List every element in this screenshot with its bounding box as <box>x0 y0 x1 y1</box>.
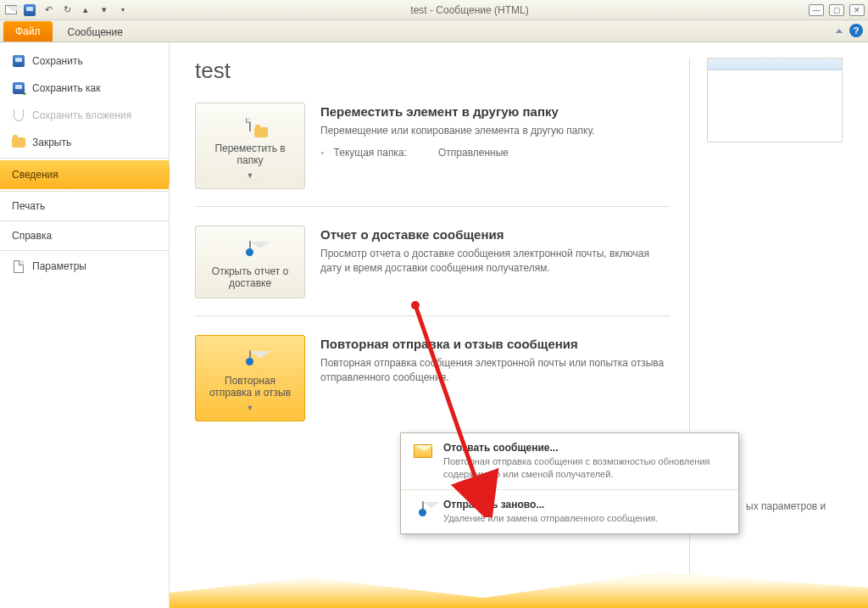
sidebar-item-label: Сохранить как <box>32 82 100 94</box>
section-title: Отчет о доставке сообщения <box>320 227 670 242</box>
sidebar-item-label: Сохранить <box>32 55 83 67</box>
button-label: Переместить в папку <box>203 142 298 166</box>
window-title: test - Сообщение (HTML) <box>131 4 809 16</box>
menu-item-recall[interactable]: Отозвать сообщение... Повторная отправка… <box>401 433 738 489</box>
undo-icon[interactable]: ↶ <box>41 3 56 18</box>
menu-item-title: Отозвать сообщение... <box>443 442 728 454</box>
envelope-icon[interactable] <box>3 3 19 18</box>
section-description: Просмотр отчета о доставке сообщения эле… <box>320 247 670 276</box>
tab-file[interactable]: Файл <box>3 21 53 42</box>
window-controls: — ▢ ✕ <box>809 4 865 16</box>
resend-envelope-icon <box>411 499 435 517</box>
redo-icon[interactable]: ↻ <box>59 3 75 18</box>
menu-item-description: Повторная отправка сообщения с возможнос… <box>443 455 728 481</box>
sidebar-item-label: Сохранить вложения <box>32 109 131 121</box>
backstage-sidebar: Сохранить Сохранить как Сохранить вложен… <box>0 42 170 608</box>
sidebar-item-label: Сведения <box>12 169 58 181</box>
menu-item-resend[interactable]: Отправить заново... Удаление или замена … <box>401 489 738 533</box>
sidebar-item-close[interactable]: Закрыть <box>0 129 169 156</box>
maximize-button[interactable]: ▢ <box>829 4 844 16</box>
truncated-text: ых параметров и <box>746 500 826 512</box>
chevron-down-icon: ▼ <box>247 404 254 412</box>
sidebar-item-save-attachments: Сохранить вложения <box>0 102 169 129</box>
close-window-button[interactable]: ✕ <box>849 4 865 16</box>
close-folder-icon <box>12 136 25 149</box>
attachment-icon <box>12 109 25 122</box>
previous-icon[interactable]: ▴ <box>78 3 93 18</box>
section-description: Повторная отправка сообщения электронной… <box>320 356 670 386</box>
help-icon[interactable]: ? <box>849 24 863 37</box>
minimize-button[interactable]: — <box>809 4 824 16</box>
sidebar-item-info[interactable]: Сведения <box>0 160 169 189</box>
current-folder-value: Отправленные <box>438 147 509 159</box>
info-block-resend-recall: Повторная отправка и отзыв ▼ Повторная о… <box>195 335 670 421</box>
decorative-wave <box>170 557 868 608</box>
envelope-report-icon <box>233 235 267 260</box>
move-to-folder-button[interactable]: Переместить в папку ▼ <box>195 103 305 189</box>
backstage-content: test Переместить в папку ▼ Переместить э… <box>170 42 868 608</box>
tab-message[interactable]: Сообщение <box>58 23 133 42</box>
save-icon <box>12 54 25 68</box>
ribbon-tabs: Файл Сообщение ? <box>0 20 868 42</box>
sidebar-item-label: Печать <box>12 200 45 212</box>
save-icon[interactable] <box>22 3 37 18</box>
sidebar-separator <box>0 250 169 251</box>
sidebar-separator <box>0 158 169 159</box>
svg-point-1 <box>411 301 420 310</box>
chevron-down-icon: ▼ <box>247 171 254 180</box>
save-as-icon <box>12 81 25 95</box>
sidebar-item-help[interactable]: Справка <box>0 223 169 248</box>
envelope-recall-icon <box>233 344 267 370</box>
collapse-ribbon-icon[interactable] <box>836 29 843 33</box>
sidebar-separator <box>0 191 169 192</box>
move-folder-icon <box>233 112 267 137</box>
button-label: Открыть отчет о доставке <box>203 265 298 289</box>
resend-recall-button[interactable]: Повторная отправка и отзыв ▼ <box>195 335 305 421</box>
button-label: Повторная отправка и отзыв <box>203 375 298 399</box>
sidebar-item-save[interactable]: Сохранить <box>0 47 169 75</box>
qat-customize-icon[interactable]: ▾ <box>115 3 131 18</box>
sidebar-separator <box>0 220 169 221</box>
section-separator <box>195 206 670 207</box>
quick-access-toolbar: ↶ ↻ ▴ ▾ ▾ <box>3 3 131 18</box>
sidebar-item-options[interactable]: Параметры <box>0 253 169 280</box>
menu-item-title: Отправить заново... <box>443 499 658 510</box>
menu-item-description: Удаление или замена отправленного сообще… <box>443 512 658 525</box>
backstage-view: Сохранить Сохранить как Сохранить вложен… <box>0 42 868 608</box>
info-block-move: Переместить в папку ▼ Переместить элемен… <box>195 103 670 189</box>
bullet-icon: ▪ <box>320 147 324 159</box>
open-delivery-report-button[interactable]: Открыть отчет о доставке <box>195 226 305 298</box>
section-description: Перемещение или копирование элемента в д… <box>320 124 670 138</box>
section-separator <box>195 315 670 316</box>
sidebar-item-label: Справка <box>12 230 52 242</box>
sidebar-item-label: Параметры <box>32 260 86 272</box>
message-preview-thumbnail <box>707 58 843 142</box>
title-bar: ↶ ↻ ▴ ▾ ▾ test - Сообщение (HTML) — ▢ ✕ <box>0 0 868 20</box>
next-icon[interactable]: ▾ <box>97 3 112 18</box>
info-block-delivery-report: Открыть отчет о доставке Отчет о доставк… <box>195 226 670 298</box>
current-folder-label: Текущая папка: <box>334 147 436 159</box>
section-title: Повторная отправка и отзыв сообщения <box>320 337 670 351</box>
sidebar-item-save-as[interactable]: Сохранить как <box>0 75 169 102</box>
resend-recall-dropdown: Отозвать сообщение... Повторная отправка… <box>400 432 739 534</box>
recall-envelope-icon <box>411 442 435 460</box>
section-title: Переместить элемент в другую папку <box>320 104 670 119</box>
sidebar-item-print[interactable]: Печать <box>0 193 169 219</box>
document-icon <box>12 259 25 273</box>
sidebar-item-label: Закрыть <box>32 137 71 148</box>
